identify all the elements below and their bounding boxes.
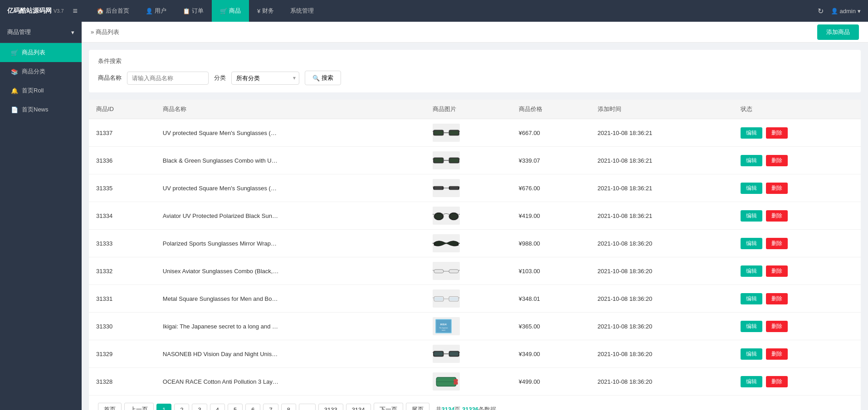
svg-rect-35 (449, 270, 458, 273)
sidebar-group-title[interactable]: 商品管理 ▾ (0, 22, 82, 43)
nav-label-system: 系统管理 (290, 7, 314, 15)
col-time: 添加时间 (590, 100, 734, 119)
page-button[interactable]: ... (299, 404, 316, 410)
chevron-down-icon: ▾ (71, 29, 74, 36)
sidebar-item-homepage-news[interactable]: 📄 首页News (0, 100, 82, 119)
delete-button[interactable]: 删除 (766, 210, 788, 222)
nav-item-finance[interactable]: ¥ 财务 (249, 0, 282, 22)
svg-text:The Japanese: The Japanese (439, 327, 448, 329)
search-title: 条件搜索 (98, 57, 852, 65)
cell-time: 2021-10-08 18:36:20 (590, 340, 734, 368)
delete-button[interactable]: 删除 (766, 376, 788, 387)
page-button[interactable]: 4 (210, 404, 225, 410)
page-button[interactable]: 上一页 (124, 403, 154, 410)
svg-rect-53 (434, 352, 443, 356)
table-row: 31328 OCEAN RACE Cotton Anti Pollution 3… (89, 368, 861, 396)
sidebar-item-homepage-roll[interactable]: 🔔 首页Roll (0, 81, 82, 100)
nav-item-users[interactable]: 👤 用户 (137, 0, 175, 22)
product-image (433, 151, 460, 169)
edit-button[interactable]: 编辑 (741, 127, 762, 139)
page-button[interactable]: 6 (245, 404, 260, 410)
cell-image (425, 119, 512, 147)
delete-button[interactable]: 删除 (766, 265, 788, 277)
page-button[interactable]: 1 (156, 404, 171, 410)
menu-toggle-icon[interactable]: ≡ (73, 6, 78, 16)
delete-button[interactable]: 删除 (766, 238, 788, 249)
cell-actions: 编辑 删除 (733, 202, 861, 230)
brand-title: 亿码酷站源码网 (7, 7, 52, 14)
delete-button[interactable]: 删除 (766, 321, 788, 332)
edit-button[interactable]: 编辑 (741, 348, 762, 360)
edit-button[interactable]: 编辑 (741, 210, 762, 222)
delete-button[interactable]: 删除 (766, 127, 788, 139)
cell-time: 2021-10-08 18:36:20 (590, 313, 734, 340)
cell-name: Unisex Aviator Sunglasses Combo (Black,… (156, 257, 425, 285)
cell-name: Polarized Sports Sunglasses Mirror Wrap… (156, 230, 425, 257)
cart-icon: 🛒 (11, 49, 18, 56)
cell-price: ¥365.00 (512, 313, 590, 340)
svg-rect-13 (449, 159, 458, 163)
sidebar-item-product-list[interactable]: 🛒 商品列表 (0, 43, 82, 62)
edit-button[interactable]: 编辑 (741, 183, 762, 194)
cell-id: 31329 (89, 340, 156, 368)
cell-price: ¥676.00 (512, 174, 590, 202)
cell-image (425, 147, 512, 174)
svg-rect-42 (449, 297, 458, 301)
page-button[interactable]: 7 (263, 404, 278, 410)
cell-actions: 编辑 删除 (733, 174, 861, 202)
cell-id: 31333 (89, 230, 156, 257)
nav-item-system[interactable]: 系统管理 (282, 0, 322, 22)
cell-name: Aviator UV Protected Polarized Black Sun… (156, 202, 425, 230)
category-select[interactable]: 所有分类 (231, 72, 299, 85)
cell-image (425, 202, 512, 230)
category-icon: 📚 (11, 68, 18, 75)
sidebar-label-homepage-news: 首页News (22, 106, 49, 114)
sidebar-label-homepage-roll: 首页Roll (22, 87, 44, 95)
nav-item-products[interactable]: 🛒 商品 (212, 0, 249, 22)
search-name-input[interactable] (127, 72, 209, 85)
delete-button[interactable]: 删除 (766, 155, 788, 166)
edit-button[interactable]: 编辑 (741, 321, 762, 332)
bell-icon: 🔔 (11, 87, 18, 94)
edit-button[interactable]: 编辑 (741, 265, 762, 277)
search-button[interactable]: 🔍 搜索 (305, 71, 341, 85)
edit-button[interactable]: 编辑 (741, 155, 762, 166)
username-label: admin (840, 8, 856, 14)
add-product-button[interactable]: 添加商品 (817, 24, 859, 40)
delete-button[interactable]: 删除 (766, 183, 788, 194)
page-button[interactable]: 3133 (318, 404, 343, 410)
nav-item-dashboard[interactable]: 🏠 后台首页 (88, 0, 137, 22)
nav-label-users: 用户 (155, 7, 166, 15)
page-button[interactable]: 首页 (98, 403, 122, 410)
main-content: » 商品列表 添加商品 条件搜索 商品名称 分类 所有分类 ▾ (82, 22, 868, 410)
svg-rect-34 (434, 270, 443, 273)
cell-actions: 编辑 删除 (733, 257, 861, 285)
page-button[interactable]: 尾页 (406, 403, 429, 410)
edit-button[interactable]: 编辑 (741, 238, 762, 249)
page-button[interactable]: 下一页 (374, 403, 403, 410)
edit-button[interactable]: 编辑 (741, 293, 762, 304)
navbar-right: ↻ 👤 admin ▾ (818, 7, 861, 15)
user-menu[interactable]: 👤 admin ▾ (831, 8, 861, 14)
page-button[interactable]: 3134 (346, 404, 371, 410)
svg-rect-59 (454, 382, 458, 385)
page-button[interactable]: 3 (192, 404, 207, 410)
svg-rect-41 (434, 297, 443, 301)
sidebar-item-product-category[interactable]: 📚 商品分类 (0, 62, 82, 81)
page-button[interactable]: 2 (174, 404, 189, 410)
search-row: 商品名称 分类 所有分类 ▾ 🔍 搜索 (98, 71, 852, 85)
breadcrumb-bar: » 商品列表 添加商品 (82, 22, 868, 43)
delete-button[interactable]: 删除 (766, 348, 788, 360)
sidebar-label-product-list: 商品列表 (22, 48, 45, 57)
cell-id: 31331 (89, 285, 156, 313)
orders-icon: 📋 (183, 8, 190, 14)
page-button[interactable]: 8 (281, 404, 296, 410)
refresh-icon[interactable]: ↻ (818, 7, 824, 15)
nav-item-orders[interactable]: 📋 订单 (175, 0, 212, 22)
table-row: 31335 UV protected Square Men's Sunglass… (89, 174, 861, 202)
page-button[interactable]: 5 (228, 404, 243, 410)
svg-rect-5 (434, 131, 443, 135)
cell-image (425, 340, 512, 368)
edit-button[interactable]: 编辑 (741, 376, 762, 387)
delete-button[interactable]: 删除 (766, 293, 788, 304)
